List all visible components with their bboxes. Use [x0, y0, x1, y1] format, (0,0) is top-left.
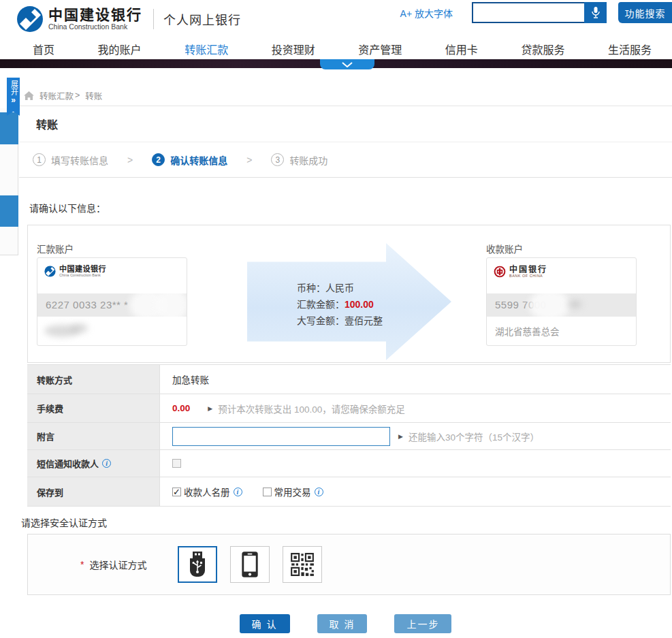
auth-option-qr-code[interactable] [283, 546, 322, 583]
to-account-holder: 湖北省慈善总会 [487, 317, 636, 345]
nav-item-credit-card[interactable]: 信用卡 [445, 41, 478, 57]
breadcrumb-section[interactable]: 转账汇款 [39, 89, 74, 102]
function-search-button[interactable]: 功能搜索 [618, 2, 672, 23]
header-right: A+ 放大字体 功能搜索 [400, 2, 672, 23]
auth-option-usb-key[interactable] [178, 546, 217, 583]
collapsed-sidebar-item [0, 112, 18, 144]
transfer-amount: 100.00 [345, 299, 374, 310]
security-box: * 选择认证方式 [27, 534, 671, 595]
breadcrumb-current: 转账 [85, 89, 102, 102]
step-badge: 2 [152, 153, 165, 166]
to-bank-name-en: BANK OF CHINA [509, 274, 547, 278]
double-chevron-icon: » [7, 95, 20, 106]
memo-label: 附言 [27, 423, 160, 449]
frequent-transaction-checkbox[interactable] [263, 488, 272, 496]
transfer-summary: 币种：人民币 汇款金额：100.00 大写金额：壹佰元整 [297, 280, 383, 329]
bank-name-cn: 中国建设银行 [48, 7, 142, 22]
bank-logo-text: 中国建设银行 China Construction Bank [48, 7, 142, 30]
auth-option-mobile[interactable] [230, 546, 270, 583]
nav-item-assets[interactable]: 资产管理 [358, 41, 402, 57]
step-label: 填写转账信息 [51, 153, 108, 167]
nav-item-my-accounts[interactable]: 我的账户 [98, 41, 142, 57]
row-transfer-method: 转账方式 加急转账 [27, 364, 671, 394]
qr-code-icon [290, 552, 315, 577]
collapsed-sidebar-item [0, 195, 18, 227]
fee-label: 手续费 [27, 394, 160, 422]
collapsed-sidebar [0, 108, 18, 255]
bank-logo[interactable]: 中国建设银行 China Construction Bank [16, 5, 142, 33]
fee-note: 预计本次转账支出 100.00，请您确保余额充足 [218, 402, 405, 415]
from-account-card: 中国建设银行 China Construction Bank 6227 0033… [37, 257, 187, 346]
fee-caret-icon: ▶ [208, 405, 212, 412]
from-card-logo: 中国建设银行 China Construction Bank [37, 258, 187, 293]
nav-collapse-tab[interactable] [320, 59, 374, 69]
step-fill-info: 1 填写转账信息 [33, 153, 108, 167]
nav-item-loans[interactable]: 贷款服务 [521, 41, 564, 57]
step-indicator: 1 填写转账信息 > 2 确认转账信息 > 3 转账成功 [19, 142, 672, 178]
redaction-blur [567, 300, 582, 308]
to-bank-name-cn: 中国银行 [509, 266, 547, 274]
nav-item-life-services[interactable]: 生活服务 [608, 41, 652, 57]
portal-title: 个人网上银行 [163, 10, 241, 28]
step-separator: > [127, 155, 133, 165]
from-bank-name-en: China Construction Bank [59, 274, 106, 278]
confirm-button[interactable]: 确 认 [240, 614, 290, 633]
nav-item-transfer[interactable]: 转账汇款 [185, 41, 228, 57]
frequent-transaction-label: 常用交易 [274, 485, 311, 498]
save-option-frequent-transaction: 常用交易 i [263, 485, 323, 498]
step-separator: > [246, 155, 252, 165]
main-content: 转账汇款 > 转账 转账 1 填写转账信息 > 2 确认转账信息 > 3 转账成… [19, 68, 672, 633]
search-box [472, 2, 607, 23]
nav-item-investment[interactable]: 投资理财 [272, 41, 315, 57]
from-account-number: 6227 0033 23** * [37, 293, 187, 317]
redaction-blur [529, 293, 570, 317]
save-to-label: 保存到 [27, 477, 160, 506]
mic-icon [591, 6, 601, 20]
ccb-logo-icon [44, 266, 56, 277]
main-nav: 首页 我的账户 转账汇款 投资理财 资产管理 信用卡 贷款服务 生活服务 [0, 38, 672, 59]
required-asterisk: * [80, 559, 84, 570]
step-badge: 1 [33, 153, 46, 166]
row-save-to: 保存到 收款人名册 i 常用交易 i [27, 477, 671, 506]
payee-roster-checkbox[interactable] [172, 488, 181, 496]
step-success: 3 转账成功 [271, 153, 327, 167]
transfer-method-label: 转账方式 [27, 365, 160, 394]
sidebar-expand-tab[interactable]: 展开 » [7, 78, 20, 116]
page-root: 中国建设银行 China Construction Bank 个人网上银行 A+… [0, 0, 672, 638]
row-fee: 手续费 0.00 ▶ 预计本次转账支出 100.00，请您确保余额充足 [27, 394, 671, 422]
info-icon[interactable]: i [234, 488, 242, 496]
info-icon[interactable]: i [102, 459, 111, 468]
voice-search-button[interactable] [584, 2, 607, 23]
payee-roster-label: 收款人名册 [184, 485, 230, 498]
cancel-button[interactable]: 取 消 [317, 614, 368, 633]
header: 中国建设银行 China Construction Bank 个人网上银行 A+… [0, 0, 672, 38]
step-confirm-info: 2 确认转账信息 [152, 153, 227, 167]
step-label: 转账成功 [289, 153, 327, 167]
sms-notify-checkbox[interactable] [172, 459, 181, 468]
memo-input[interactable] [172, 427, 390, 446]
amount-line: 汇款金额：100.00 [297, 296, 383, 313]
info-icon[interactable]: i [315, 488, 323, 496]
sidebar-expand-label: 展开 [9, 80, 18, 95]
memo-hint: 还能输入30个字符（15个汉字） [409, 430, 539, 443]
to-account-card: 中国银行 BANK OF CHINA 5599 7000 湖北省慈善总会 [486, 257, 637, 346]
to-account-label: 收款账户 [486, 242, 523, 255]
title-block: 转账 [19, 106, 672, 142]
auth-options [178, 546, 322, 583]
ccb-logo-icon [16, 5, 44, 33]
fee-value: 0.00 [172, 403, 190, 413]
amount-in-words: 壹佰元整 [345, 315, 383, 326]
nav-item-home[interactable]: 首页 [33, 41, 54, 57]
from-bank-name-cn: 中国建设银行 [59, 266, 106, 274]
search-input[interactable] [472, 2, 584, 23]
from-account-holder [37, 317, 187, 345]
security-section-title: 请选择安全认证方式 [19, 515, 672, 529]
page-title: 转账 [36, 116, 58, 132]
breadcrumb: 转账汇款 > 转账 [19, 85, 672, 106]
font-zoom-link[interactable]: A+ 放大字体 [400, 6, 453, 20]
to-account-number: 5599 7000 [487, 293, 636, 317]
redaction-blur [155, 293, 187, 317]
transfer-details-table: 转账方式 加急转账 手续费 0.00 ▶ 预计本次转账支出 100.00，请您确… [27, 364, 671, 507]
back-button[interactable]: 上一步 [394, 614, 451, 633]
row-memo: 附言 ▶ 还能输入30个字符（15个汉字） [27, 422, 671, 449]
